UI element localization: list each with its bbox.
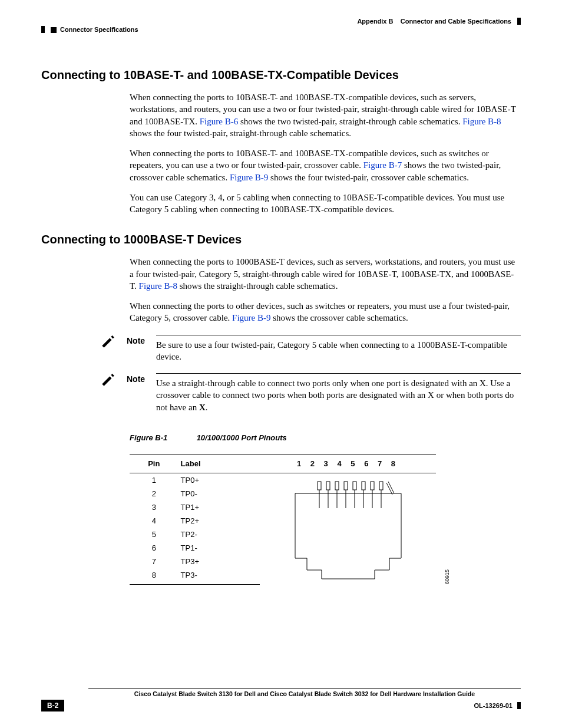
diagram-id: 60915 xyxy=(444,569,450,584)
page-number: B-2 xyxy=(41,700,64,711)
label-cell: TP2- xyxy=(178,528,260,541)
figure-number: Figure B-1 xyxy=(130,433,194,442)
label-cell: TP2+ xyxy=(178,514,260,528)
body-text-block-1: When connecting the ports to 10BASE-T- a… xyxy=(130,91,521,215)
note-block-1: Note Be sure to use a four twisted-pair,… xyxy=(100,335,521,363)
section-label: Connector Specifications xyxy=(60,26,138,33)
figure-block: Figure B-1 10/100/1000 Port Pinouts Pin … xyxy=(130,433,521,585)
running-header-right: Appendix B Connector and Cable Specifica… xyxy=(41,18,521,25)
figure-title: 10/100/1000 Port Pinouts xyxy=(197,433,287,442)
paragraph: You can use Category 3, 4, or 5 cabling … xyxy=(130,192,521,216)
pinout-table: Pin Label 1 2 3 4 5 6 7 8 1TP0+ 609152TP… xyxy=(130,454,436,585)
label-cell: TP1+ xyxy=(178,500,260,514)
note-body: Be sure to use a four twisted-pair, Cate… xyxy=(156,335,521,363)
appendix-label: Appendix B xyxy=(357,18,393,25)
figure-link-b9[interactable]: Figure B-9 xyxy=(230,173,268,182)
header-square-icon xyxy=(51,27,57,33)
label-cell: TP3+ xyxy=(178,555,260,568)
chapter-title: Connector and Cable Specifications xyxy=(401,18,511,25)
column-header-label: Label xyxy=(178,454,260,473)
svg-rect-12 xyxy=(371,482,374,490)
pin-cell: 6 xyxy=(130,541,178,555)
note-block-2: Note Use a straight-through cable to con… xyxy=(100,373,521,413)
label-cell: TP3- xyxy=(178,568,260,585)
pin-cell: 5 xyxy=(130,528,178,541)
svg-rect-4 xyxy=(335,482,339,490)
svg-rect-2 xyxy=(326,482,330,490)
pin-cell: 3 xyxy=(130,500,178,514)
label-cell: TP0+ xyxy=(178,473,260,487)
section-heading-1000base: Connecting to 1000BASE-T Devices xyxy=(41,233,521,246)
svg-rect-6 xyxy=(344,482,348,490)
figure-link-b7[interactable]: Figure B-7 xyxy=(363,160,402,170)
column-header-diagram: 1 2 3 4 5 6 7 8 xyxy=(260,454,436,473)
svg-rect-8 xyxy=(353,482,356,490)
svg-rect-0 xyxy=(318,482,321,490)
paragraph: When connecting the ports to 1000BASE-T … xyxy=(130,256,521,292)
svg-rect-14 xyxy=(379,482,383,490)
pin-cell: 1 xyxy=(130,473,178,487)
body-text-block-2: When connecting the ports to 1000BASE-T … xyxy=(130,256,521,324)
pin-cell: 8 xyxy=(130,568,178,585)
figure-link-b6[interactable]: Figure B-6 xyxy=(200,117,238,126)
pin-cell: 7 xyxy=(130,555,178,568)
svg-rect-10 xyxy=(362,482,365,490)
note-body: Use a straight-through cable to connect … xyxy=(156,373,521,413)
figure-link-b8-2[interactable]: Figure B-8 xyxy=(139,281,177,291)
pin-cell: 2 xyxy=(130,487,178,500)
pencil-icon xyxy=(100,335,127,363)
paragraph: When connecting the ports to other devic… xyxy=(130,300,521,324)
footer-guide-title: Cisco Catalyst Blade Switch 3130 for Del… xyxy=(88,688,521,697)
pin-cell: 4 xyxy=(130,514,178,528)
connector-diagram: 60915 xyxy=(260,473,436,584)
figure-link-b9-2[interactable]: Figure B-9 xyxy=(232,313,270,322)
label-cell: TP0- xyxy=(178,487,260,500)
note-label: Note xyxy=(127,373,156,413)
note-label: Note xyxy=(127,335,156,363)
paragraph: When connecting the ports to 10BASE-T- a… xyxy=(130,147,521,183)
document-id: OL-13269-01 xyxy=(474,702,521,709)
page-footer: Cisco Catalyst Blade Switch 3130 for Del… xyxy=(41,688,521,711)
figure-link-b8[interactable]: Figure B-8 xyxy=(462,117,501,126)
pencil-icon xyxy=(100,373,127,413)
section-heading-10base: Connecting to 10BASE-T- and 100BASE-TX-C… xyxy=(41,68,521,82)
running-header-left: Connector Specifications xyxy=(41,26,521,33)
paragraph: When connecting the ports to 10BASE-T- a… xyxy=(130,91,521,139)
label-cell: TP1- xyxy=(178,541,260,555)
column-header-pin: Pin xyxy=(130,454,178,473)
table-row: 1TP0+ 60915 xyxy=(130,473,436,487)
figure-caption: Figure B-1 10/100/1000 Port Pinouts xyxy=(130,433,521,442)
